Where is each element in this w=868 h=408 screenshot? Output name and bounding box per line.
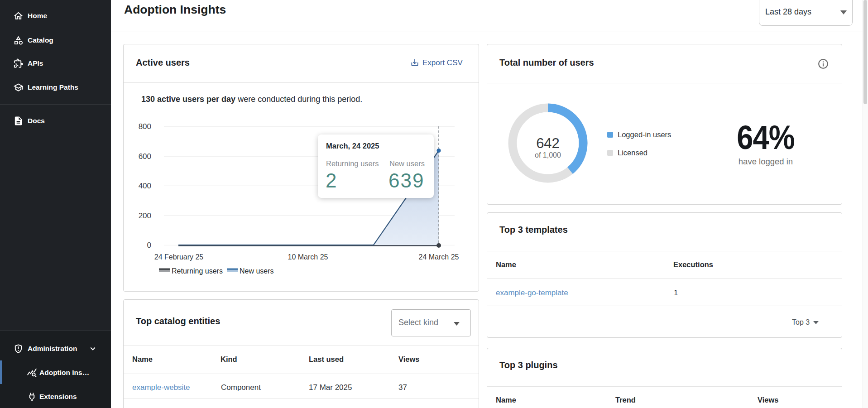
svg-text:200: 200 <box>139 211 151 220</box>
svg-text:of 1,000: of 1,000 <box>535 151 561 159</box>
svg-text:24 February 25: 24 February 25 <box>154 253 204 261</box>
svg-text:800: 800 <box>139 122 151 131</box>
svg-text:642: 642 <box>536 135 560 151</box>
svg-text:Returning users: Returning users <box>172 267 223 275</box>
svg-text:400: 400 <box>139 182 151 190</box>
svg-text:600: 600 <box>139 152 151 161</box>
svg-text:New users: New users <box>240 267 274 275</box>
svg-text:24 March 25: 24 March 25 <box>419 253 459 261</box>
svg-text:0: 0 <box>147 241 151 250</box>
svg-text:10 March 25: 10 March 25 <box>288 253 328 261</box>
